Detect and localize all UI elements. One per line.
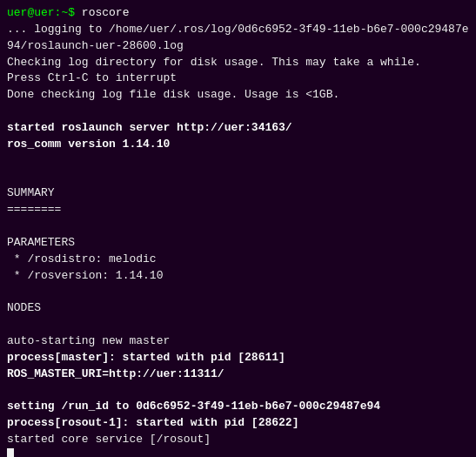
- output-line: Done checking log file disk usage. Usage…: [7, 87, 469, 104]
- prompt-text: uer@uer:~$: [7, 6, 82, 19]
- command-text: roscore: [82, 6, 130, 19]
- prompt-line: uer@uer:~$ roscore: [7, 5, 469, 22]
- output-line: ... logging to /home/uer/.ros/log/0d6c69…: [7, 22, 469, 55]
- output-line: * /rosversion: 1.14.10: [7, 268, 469, 285]
- output-line: started core service [/rosout]: [7, 432, 469, 448]
- output-line: auto-starting new master: [7, 333, 469, 350]
- blank-line: [7, 104, 469, 120]
- output-line: Press Ctrl-C to interrupt: [7, 71, 469, 87]
- terminal-window[interactable]: uer@uer:~$ roscore... logging to /home/u…: [0, 0, 476, 457]
- output-line: ROS_MASTER_URI=http://uer:11311/: [7, 366, 469, 383]
- blank-line: [7, 382, 469, 399]
- output-line: Checking log directory for disk usage. T…: [7, 55, 469, 71]
- blank-line: [7, 317, 469, 333]
- blank-line: [7, 284, 469, 300]
- blank-line: [7, 218, 469, 235]
- output-line: ros_comm version 1.14.10: [7, 137, 469, 153]
- output-line: process[rosout-1]: started with pid [286…: [7, 415, 469, 432]
- output-line: SUMMARY: [7, 185, 469, 202]
- output-line: setting /run_id to 0d6c6952-3f49-11eb-b6…: [7, 399, 469, 415]
- cursor-line: [7, 448, 469, 457]
- output-line: PARAMETERS: [7, 235, 469, 252]
- output-line: NODES: [7, 300, 469, 317]
- cursor-block: [7, 448, 14, 457]
- blank-line: [7, 169, 469, 185]
- output-line: process[master]: started with pid [28611…: [7, 350, 469, 366]
- output-line: ========: [7, 202, 469, 218]
- output-line: * /rosdistro: melodic: [7, 252, 469, 268]
- output-line: started roslaunch server http://uer:3416…: [7, 120, 469, 137]
- blank-line: [7, 153, 469, 170]
